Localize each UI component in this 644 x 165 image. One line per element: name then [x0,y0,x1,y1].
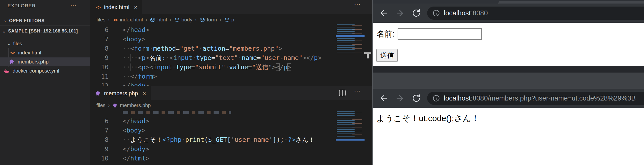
line-number: 11 [90,72,109,81]
breadcrumb-separator: › [195,17,197,23]
reload-icon[interactable] [411,93,421,103]
symbol-cube-icon [224,17,230,23]
html-file-icon: <> [112,17,118,23]
line-number: 9 [90,144,109,154]
browser2-toolbar: localhost:8080/members.php?user-name=ut.… [372,89,644,108]
minimap-current-line [336,139,365,141]
breadcrumb-item-file[interactable]: members.php [112,103,151,109]
breadcrumb-separator: › [219,17,221,23]
code-line[interactable]: 10</html> [90,154,366,163]
explorer-title: EXPLORER [8,3,36,9]
html-file-icon: <> [9,49,16,56]
sidebar-item-members-php[interactable]: members.php [0,57,90,66]
code-line[interactable]: 8··<form·method="get"·action="members.ph… [90,44,366,53]
symbol-cube-icon [150,17,156,23]
name-input[interactable] [398,28,482,40]
forward-icon[interactable] [395,8,405,18]
chevron-down-icon: ⌄ [2,28,7,34]
code-line[interactable]: 9</body> [90,144,366,154]
breadcrumb-item-html[interactable]: html [150,17,167,23]
open-editors-header[interactable]: › OPEN EDITORS [0,16,90,26]
code-line[interactable]: 6</head> [90,25,366,35]
window-gap [372,66,644,73]
forward-icon[interactable] [395,93,405,103]
info-icon[interactable] [433,95,440,102]
code-line[interactable]: 8··ようこそ！<?php·print($_GET['user-name']);… [90,135,366,144]
tab-members-php[interactable]: members.php × [90,86,151,101]
code-line[interactable]: 7<body> [90,126,366,135]
info-icon[interactable] [433,10,440,17]
code-line[interactable]: 9····<p>名前:·<input·type="text"·name="use… [90,53,366,62]
editor-area: <> index.html × ⋯ files › <> index.html … [90,0,372,165]
sidebar-item-docker-compose[interactable]: docker-compose.yml [0,67,90,75]
close-icon[interactable]: × [134,4,137,11]
code-line[interactable]: 6</head> [90,116,366,126]
html-file-icon: <> [95,4,101,11]
line-number: 6 [90,116,109,126]
line-number: 10 [90,62,109,72]
address-bar[interactable]: localhost:8080/members.php?user-name=ut.… [427,92,644,105]
submit-button[interactable]: 送信 [376,49,398,62]
line-number: 8 [90,44,109,53]
url-text: localhost:8080 [444,9,488,17]
breadcrumb-item-body[interactable]: body [174,17,192,23]
breadcrumb-separator: › [108,17,110,23]
code-line[interactable]: 11··</form> [90,72,366,81]
breadcrumb-separator: › [169,17,171,23]
breadcrumb-item-file[interactable]: <> index.html [112,17,143,23]
code-editor-members-php[interactable]: 6</head>7<body>8··ようこそ！<?php·print($_GET… [90,116,366,165]
chevron-right-icon: › [3,18,8,24]
url-text: localhost:8080/members.php?user-name=ut.… [444,94,636,102]
code-editor-index-html[interactable]: 6</head>7<body>8··<form·method="get"·act… [90,25,366,86]
breadcrumb-item-files[interactable]: files [96,17,106,23]
sidebar-item-files-folder[interactable]: ⌄ files [0,39,90,48]
php-elephant-icon [112,103,118,109]
editor1-more-icon[interactable]: ⋯ [354,1,361,8]
browser2-tabstrip: メンバー向け × + [372,73,644,89]
browser1-page: 名前: 送信 [372,23,644,66]
reload-icon[interactable] [411,8,421,18]
tab-label: members.php [104,90,138,97]
line-number: 8 [90,135,109,144]
line-number: 9 [90,53,109,62]
code-line[interactable]: 10····<p><input·type="submit"·value="送信"… [90,62,366,72]
close-icon[interactable]: × [143,90,146,97]
screenshot-root: EXPLORER ⋯ › OPEN EDITORS ⌄ SAMPLE [SSH:… [0,0,644,165]
breadcrumb-separator: › [108,102,110,109]
workspace-header[interactable]: ⌄ SAMPLE [SSH: 192.168.56.101] [0,27,90,35]
browser-pane: localhost:8080 名前: 送信 メンバー向け × + [372,0,644,165]
explorer-more-icon[interactable]: ⋯ [70,2,77,9]
minimap[interactable] [336,110,365,138]
back-icon[interactable] [379,93,388,103]
browser2-page: ようこそ！ut.code();さん！ [372,108,644,165]
editor2-more-icon[interactable]: ⋯ [354,87,361,95]
editor2-tabbar: members.php × ⋯ [90,86,372,100]
breadcrumb-separator: › [145,17,147,23]
explorer-sidebar: EXPLORER ⋯ › OPEN EDITORS ⌄ SAMPLE [SSH:… [0,0,90,165]
breadcrumb: files › <> index.html › html › body › [90,14,372,25]
line-number: 7 [90,126,109,135]
tab-label: index.html [104,4,129,11]
tab-index-html[interactable]: <> index.html × [90,0,142,14]
mouse-cursor [364,52,371,59]
code-line[interactable]: 12</body> [90,81,366,86]
code-line[interactable]: 7<body> [90,35,366,44]
php-elephant-icon [95,90,101,97]
breadcrumb-item-form[interactable]: form [199,17,217,23]
line-number: 10 [90,154,109,163]
line-number: 12 [90,81,109,86]
name-label: 名前: [377,29,395,39]
browser1-tabstrip [372,0,644,4]
minimap[interactable] [336,24,365,54]
breadcrumb-item-files[interactable]: files [96,103,106,108]
php-elephant-icon [9,58,15,65]
welcome-text: ようこそ！ut.code();さん！ [376,113,479,124]
split-editor-icon[interactable] [339,90,346,96]
workspace-label: SAMPLE [SSH: 192.168.56.101] [8,28,78,34]
breadcrumb-item-p[interactable]: p [224,17,234,23]
back-icon[interactable] [379,8,388,18]
sidebar-item-index-html[interactable]: <> index.html [0,48,90,57]
minimap-current-line [336,35,365,37]
address-bar[interactable]: localhost:8080 [427,7,644,20]
symbol-cube-icon [199,17,205,23]
